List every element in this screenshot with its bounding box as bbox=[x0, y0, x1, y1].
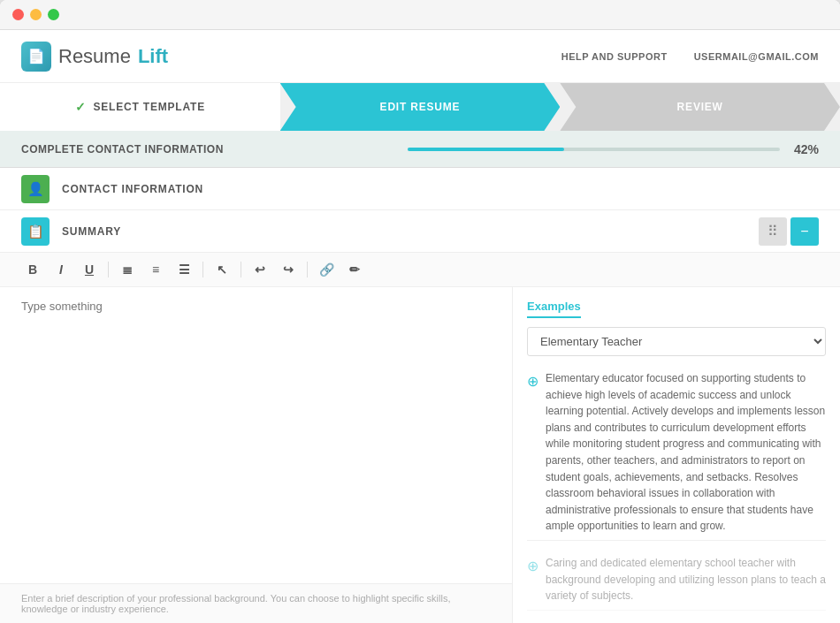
move-section-button[interactable]: ⠿ bbox=[759, 217, 787, 246]
section-actions: ⠿ − bbox=[759, 217, 819, 246]
step-label-review: REVIEW bbox=[677, 101, 723, 113]
unordered-list-button[interactable]: ≣ bbox=[116, 258, 139, 281]
editor-column: Enter a brief description of your profes… bbox=[0, 287, 513, 623]
header-links: HELP AND SUPPORT USERMAIL@GMAIL.COM bbox=[561, 51, 819, 62]
logo-icon: 📄 bbox=[21, 42, 51, 72]
step-edit-resume[interactable]: EDIT RESUME bbox=[280, 83, 561, 131]
step-review[interactable]: REVIEW bbox=[560, 83, 840, 131]
progress-bar bbox=[408, 148, 780, 151]
example-item-2: ⊕ Caring and dedicated elementary school… bbox=[527, 550, 826, 611]
progress-label: COMPLETE CONTACT INFORMATION bbox=[21, 143, 393, 156]
maximize-icon[interactable] bbox=[48, 9, 59, 20]
toolbar-sep-1 bbox=[108, 262, 109, 277]
logo-text-resume: Resume bbox=[58, 45, 131, 68]
undo-button[interactable]: ↩ bbox=[248, 258, 271, 281]
bold-button[interactable]: B bbox=[21, 258, 44, 281]
progress-bar-fill bbox=[408, 148, 564, 151]
toolbar-sep-3 bbox=[241, 262, 241, 277]
ordered-list-button[interactable]: ≡ bbox=[144, 258, 167, 281]
step-select-template[interactable]: ✓ SELECT TEMPLATE bbox=[0, 83, 280, 131]
title-bar bbox=[0, 0, 840, 30]
user-menu[interactable]: USERMAIL@GMAIL.COM bbox=[694, 51, 819, 62]
cursor-button[interactable]: ↖ bbox=[210, 258, 233, 281]
progress-percentage: 42% bbox=[794, 142, 819, 156]
toolbar-sep-4 bbox=[307, 262, 308, 277]
summary-icon: 📋 bbox=[21, 217, 50, 246]
redo-button[interactable]: ↪ bbox=[277, 258, 300, 281]
close-icon[interactable] bbox=[12, 9, 24, 20]
summary-section: 📋 SUMMARY ⠿ − bbox=[0, 210, 840, 253]
step-label-select: SELECT TEMPLATE bbox=[94, 101, 205, 113]
stepper: ✓ SELECT TEMPLATE EDIT RESUME REVIEW bbox=[0, 83, 840, 131]
example-item-1: ⊕ Elementary educator focused on support… bbox=[527, 365, 826, 541]
contact-info-section: 👤 CONTACT INFORMATION bbox=[0, 168, 840, 210]
header: 📄 ResumeLift HELP AND SUPPORT USERMAIL@G… bbox=[0, 30, 840, 83]
link-button[interactable]: 🔗 bbox=[315, 258, 338, 281]
example-add-icon-1[interactable]: ⊕ bbox=[527, 371, 538, 535]
clear-format-button[interactable]: ✏ bbox=[343, 258, 366, 281]
toolbar-sep-2 bbox=[202, 262, 203, 277]
example-add-icon-2[interactable]: ⊕ bbox=[527, 556, 538, 604]
examples-tab[interactable]: Examples bbox=[527, 300, 581, 318]
editor-hint: Enter a brief description of your profes… bbox=[0, 583, 512, 623]
underline-button[interactable]: U bbox=[78, 258, 101, 281]
step-label-edit: EDIT RESUME bbox=[380, 101, 461, 113]
main-content: Enter a brief description of your profes… bbox=[0, 287, 840, 623]
examples-dropdown[interactable]: Elementary Teacher High School Teacher U… bbox=[527, 327, 826, 356]
progress-row: COMPLETE CONTACT INFORMATION 42% bbox=[0, 131, 840, 168]
summary-editor[interactable] bbox=[0, 287, 512, 583]
contact-icon: 👤 bbox=[21, 175, 50, 203]
example-text-1: Elementary educator focused on supportin… bbox=[546, 370, 826, 535]
remove-section-button[interactable]: − bbox=[790, 217, 819, 246]
app-window: 📄 ResumeLift HELP AND SUPPORT USERMAIL@G… bbox=[0, 0, 840, 623]
minimize-icon[interactable] bbox=[30, 9, 42, 20]
logo: 📄 ResumeLift bbox=[21, 42, 168, 72]
example-text-2: Caring and dedicated elementary school t… bbox=[546, 555, 826, 604]
summary-title: SUMMARY bbox=[62, 225, 746, 238]
editor-toolbar: B I U ≣ ≡ ☰ ↖ ↩ ↪ 🔗 ✏ bbox=[0, 253, 840, 287]
examples-column: Examples Elementary Teacher High School … bbox=[513, 287, 840, 623]
help-link[interactable]: HELP AND SUPPORT bbox=[561, 51, 668, 62]
italic-button[interactable]: I bbox=[50, 258, 73, 281]
logo-text-lift: Lift bbox=[138, 45, 168, 68]
align-button[interactable]: ☰ bbox=[172, 258, 195, 281]
step-check-icon: ✓ bbox=[75, 100, 87, 114]
contact-info-title: CONTACT INFORMATION bbox=[62, 183, 819, 195]
